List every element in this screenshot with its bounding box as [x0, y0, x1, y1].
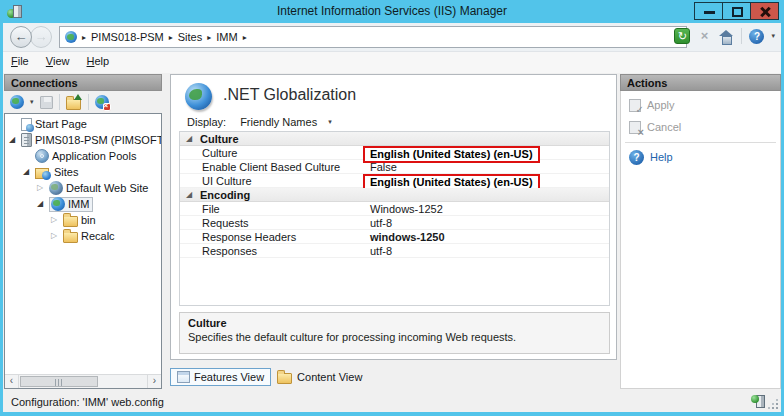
tree-item-recalc[interactable]: ▷ Recalc [5, 228, 161, 244]
folder-icon [63, 232, 78, 243]
help-link[interactable]: Help [629, 149, 780, 165]
menu-file[interactable]: File [11, 55, 29, 67]
menu-help[interactable]: Help [87, 55, 110, 67]
tree-item-application-pools[interactable]: Application Pools [5, 148, 161, 164]
feature-page: .NET Globalization Display: Friendly Nam… [170, 74, 617, 360]
tree-item-start-page[interactable]: Start Page [5, 116, 161, 132]
expander-icon[interactable]: ◢ [9, 132, 21, 148]
close-button[interactable] [750, 2, 779, 20]
breadcrumb-item-server[interactable]: PIMS018-PSM [91, 31, 164, 43]
page-title: .NET Globalization [223, 86, 356, 104]
grid-row-file[interactable]: File Windows-1252 [180, 202, 609, 216]
grid-section-culture[interactable]: ◢ Culture [180, 132, 609, 146]
window-title: Internet Information Services (IIS) Mana… [0, 4, 784, 18]
window-body: ▸ PIMS018-PSM ▸ Sites ▸ IMM ▸ ▾ File Vie… [3, 23, 781, 412]
scrollbar-grip-icon [55, 379, 64, 386]
grid-row-responses[interactable]: Responses utf-8 [180, 244, 609, 258]
actions-divider [625, 142, 776, 143]
view-tabs: Features View Content View [170, 366, 617, 388]
breadcrumb-item-sites[interactable]: Sites [178, 31, 202, 43]
restart-icon[interactable] [674, 28, 690, 44]
back-button[interactable] [10, 26, 32, 48]
web-site-icon [51, 197, 65, 211]
tree-item-server[interactable]: ◢ PIMS018-PSM (PIMSOFT\dec [5, 132, 161, 148]
menu-view[interactable]: View [46, 55, 70, 67]
breadcrumb-separator: ▸ [169, 33, 173, 42]
scroll-right-icon[interactable]: › [147, 375, 161, 388]
breadcrumb-item-imm[interactable]: IMM [216, 31, 237, 43]
expander-icon[interactable]: ▷ [51, 212, 63, 228]
grid-section-encoding[interactable]: ◢ Encoding [180, 188, 609, 202]
actions-panel: Actions Apply Cancel Help [620, 74, 781, 389]
breadcrumb[interactable]: ▸ PIMS018-PSM ▸ Sites ▸ IMM ▸ [59, 26, 687, 48]
selected-tree-item: IMM [49, 197, 93, 212]
collapse-icon[interactable]: ◢ [186, 188, 192, 202]
expander-icon[interactable]: ◢ [23, 164, 35, 180]
tree-item-bin[interactable]: ▷ bin [5, 212, 161, 228]
cancel-button[interactable]: Cancel [629, 119, 780, 135]
tree-item-default-web-site[interactable]: ▷ Default Web Site [5, 180, 161, 196]
connections-panel: Connections ▾ Start Page [4, 74, 162, 389]
expander-icon[interactable]: ▷ [37, 180, 49, 196]
sites-folder-icon [35, 165, 51, 179]
iis-manager-window: Internet Information Services (IIS) Mana… [0, 0, 784, 416]
address-bar-buttons: ▾ [674, 28, 775, 44]
breadcrumb-separator: ▸ [243, 33, 247, 42]
toolbar-divider [59, 94, 60, 110]
forward-button[interactable] [30, 26, 52, 48]
cancel-icon [629, 121, 641, 134]
collapse-icon[interactable]: ◢ [186, 132, 192, 146]
minimize-button[interactable] [694, 2, 723, 20]
expander-icon[interactable]: ◢ [37, 196, 49, 212]
display-label: Display: [187, 116, 226, 128]
tree-item-sites[interactable]: ◢ Sites [5, 164, 161, 180]
apply-button[interactable]: Apply [629, 97, 780, 113]
horizontal-scrollbar[interactable]: ‹ › [5, 374, 161, 388]
stop-icon[interactable] [697, 28, 711, 44]
disconnect-icon[interactable] [95, 95, 111, 110]
grid-row-requests[interactable]: Requests utf-8 [180, 216, 609, 230]
grid-row-culture[interactable]: Culture English (United States) (en-US) [180, 146, 609, 160]
server-status-icon [751, 395, 765, 410]
dropdown-arrow-icon[interactable]: ▾ [328, 118, 332, 126]
grid-row-ui-culture[interactable]: UI Culture English (United States) (en-U… [180, 174, 609, 188]
connections-toolbar: ▾ [4, 91, 162, 113]
new-connection-icon[interactable] [10, 95, 24, 109]
resize-grip[interactable] [776, 407, 778, 409]
help-dropdown-icon[interactable]: ▾ [771, 32, 775, 40]
description-panel: Culture Specifies the default culture fo… [179, 312, 610, 354]
menu-bar: File View Help [3, 52, 781, 73]
actions-body: Apply Cancel Help [620, 91, 781, 389]
expander-icon[interactable]: ▷ [51, 228, 63, 244]
connections-header: Connections [4, 74, 162, 91]
folder-icon [63, 216, 78, 227]
server-icon [21, 133, 32, 147]
content-view-icon [277, 371, 293, 384]
property-grid: ◢ Culture Culture English (United States… [179, 131, 610, 306]
help-icon[interactable] [749, 29, 764, 44]
tab-features-view[interactable]: Features View [170, 368, 271, 386]
scroll-left-icon[interactable]: ‹ [5, 375, 19, 388]
application-pools-icon [35, 149, 49, 163]
toolbar-divider [88, 94, 89, 110]
apply-icon [629, 99, 641, 112]
grid-row-enable-client-based-culture[interactable]: Enable Client Based Culture False [180, 160, 609, 174]
minimize-icon [704, 11, 715, 14]
grid-row-response-headers[interactable]: Response Headers windows-1250 [180, 230, 609, 244]
actions-header: Actions [620, 74, 781, 91]
save-connections-icon[interactable] [40, 96, 53, 109]
new-connection-dropdown-icon[interactable]: ▾ [30, 98, 34, 106]
toolbar-divider [741, 28, 742, 44]
maximize-button[interactable] [722, 2, 751, 20]
display-row: Display: Friendly Names ▾ [187, 113, 332, 131]
connections-tree: Start Page ◢ PIMS018-PSM (PIMSOFT\dec Ap… [4, 113, 162, 389]
titlebar: Internet Information Services (IIS) Mana… [0, 0, 784, 23]
scrollbar-thumb[interactable] [20, 376, 98, 387]
up-folder-icon[interactable] [66, 95, 82, 109]
tab-content-view[interactable]: Content View [271, 369, 368, 386]
display-dropdown[interactable]: Friendly Names [240, 116, 328, 128]
tree-item-imm[interactable]: ◢ IMM [5, 196, 161, 212]
net-globalization-icon [185, 83, 212, 110]
web-site-icon [49, 181, 63, 195]
home-icon[interactable] [718, 29, 734, 44]
